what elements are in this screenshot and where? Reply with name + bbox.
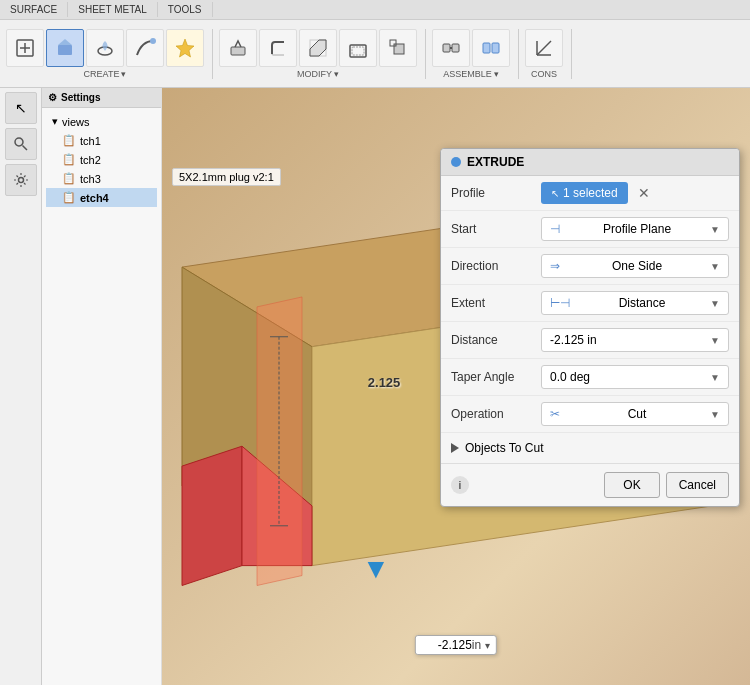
cut-icon: ✂ [550, 407, 560, 421]
new-component-button[interactable] [6, 29, 44, 67]
browser-item-sketch1[interactable]: 📋 tch1 [46, 131, 157, 150]
cancel-button[interactable]: Cancel [666, 472, 729, 498]
left-tool-panel: ↖ [0, 88, 42, 685]
dimension-value-input[interactable] [422, 638, 472, 652]
fillet-button[interactable] [259, 29, 297, 67]
start-row: Start ⊣ Profile Plane ▼ [441, 211, 739, 248]
taper-angle-label: Taper Angle [451, 370, 541, 384]
assemble-dropdown-arrow[interactable]: ▾ [494, 69, 499, 79]
extrude-dialog-header: EXTRUDE [441, 149, 739, 176]
assemble-label[interactable]: ASSEMBLE ▾ [443, 69, 499, 79]
start-control: ⊣ Profile Plane ▼ [541, 217, 729, 241]
chamfer-button[interactable] [299, 29, 337, 67]
profile-control: ↖ 1 selected ✕ [541, 182, 729, 204]
sketch-icon: 📋 [62, 134, 76, 147]
extent-value: Distance [619, 296, 666, 310]
tab-surface[interactable]: SURFACE [0, 2, 68, 17]
joint-button[interactable] [432, 29, 470, 67]
modify-label[interactable]: MODIFY ▾ [297, 69, 339, 79]
profile-clear-button[interactable]: ✕ [632, 183, 656, 203]
revolve-button[interactable] [86, 29, 124, 67]
construct-group: CONS [525, 29, 572, 79]
dimension-unit-dropdown[interactable]: ▾ [481, 640, 490, 651]
toolbar-tab-bar: SURFACE SHEET METAL TOOLS [0, 0, 750, 20]
extrude-dialog: EXTRUDE Profile ↖ 1 selected ✕ Start ⊣ P… [440, 148, 740, 507]
sketch-icon: 📋 [62, 172, 76, 185]
extrude-button[interactable] [46, 29, 84, 67]
main-toolbar: SURFACE SHEET METAL TOOLS [0, 0, 750, 88]
operation-dropdown-arrow: ▼ [710, 409, 720, 420]
distance-dropdown-arrow: ▼ [710, 335, 720, 346]
direction-control: ⇒ One Side ▼ [541, 254, 729, 278]
svg-line-19 [537, 41, 551, 55]
start-dropdown[interactable]: ⊣ Profile Plane ▼ [541, 217, 729, 241]
distance-control: -2.125 in ▼ [541, 328, 729, 352]
svg-rect-17 [483, 43, 490, 53]
create-dropdown-arrow[interactable]: ▾ [121, 69, 126, 79]
modify-group: MODIFY ▾ [219, 29, 426, 79]
objects-to-cut-label: Objects To Cut [465, 441, 543, 455]
dimension-label: 2.125 [368, 375, 401, 390]
browser-item-views[interactable]: ▾ views [46, 112, 157, 131]
direction-row: Direction ⇒ One Side ▼ [441, 248, 739, 285]
extrude-footer: i OK Cancel [441, 463, 739, 506]
profile-selection-button[interactable]: ↖ 1 selected [541, 182, 628, 204]
svg-point-22 [15, 138, 23, 146]
sweep-button[interactable] [126, 29, 164, 67]
create-label[interactable]: CREATE ▾ [84, 69, 127, 79]
operation-control: ✂ Cut ▼ [541, 402, 729, 426]
direction-value: One Side [612, 259, 662, 273]
start-value: Profile Plane [603, 222, 671, 236]
extent-row: Extent ⊢⊣ Distance ▼ [441, 285, 739, 322]
svg-point-24 [18, 178, 23, 183]
item-label: etch4 [80, 192, 109, 204]
construct-icons [525, 29, 563, 67]
browser-item-sketch2[interactable]: 📋 tch2 [46, 150, 157, 169]
modify-dropdown-arrow[interactable]: ▾ [334, 69, 339, 79]
tab-tools[interactable]: TOOLS [158, 2, 213, 17]
objects-to-cut-arrow [451, 443, 459, 453]
svg-marker-28 [182, 446, 242, 585]
viewport[interactable]: 2.125 ▼ 5X2.1mm plug v2:1 EXTRUDE Profil… [162, 88, 750, 685]
distance-row: Distance -2.125 in ▼ [441, 322, 739, 359]
operation-dropdown[interactable]: ✂ Cut ▼ [541, 402, 729, 426]
svg-rect-18 [492, 43, 499, 53]
start-dropdown-arrow: ▼ [710, 224, 720, 235]
taper-angle-control: 0.0 deg ▼ [541, 365, 729, 389]
browser-item-sketch4[interactable]: 📋 etch4 [46, 188, 157, 207]
taper-angle-input[interactable]: 0.0 deg ▼ [541, 365, 729, 389]
taper-angle-row: Taper Angle 0.0 deg ▼ [441, 359, 739, 396]
rigid-group-button[interactable] [472, 29, 510, 67]
scale-button[interactable] [379, 29, 417, 67]
svg-rect-11 [352, 47, 364, 55]
special-tool-button[interactable] [166, 29, 204, 67]
cursor-tool-button[interactable]: ↖ [5, 92, 37, 124]
browser-item-sketch3[interactable]: 📋 tch3 [46, 169, 157, 188]
objects-to-cut-row[interactable]: Objects To Cut [441, 433, 739, 463]
bottom-dimension-input[interactable]: in ▾ [415, 635, 497, 655]
profile-label: Profile [451, 186, 541, 200]
extent-dropdown[interactable]: ⊢⊣ Distance ▼ [541, 291, 729, 315]
zoom-tool-button[interactable] [5, 128, 37, 160]
taper-angle-dropdown-arrow: ▼ [710, 372, 720, 383]
ok-button[interactable]: OK [604, 472, 659, 498]
extent-control: ⊢⊣ Distance ▼ [541, 291, 729, 315]
sketch-icon: 📋 [62, 191, 76, 204]
distance-input[interactable]: -2.125 in ▼ [541, 328, 729, 352]
info-button[interactable]: i [451, 476, 469, 494]
extent-label: Extent [451, 296, 541, 310]
construct-label[interactable]: CONS [531, 69, 557, 79]
svg-rect-14 [443, 44, 450, 52]
dimension-unit: in [472, 638, 481, 652]
tab-sheet-metal[interactable]: SHEET METAL [68, 2, 158, 17]
toolbar-icons-row: CREATE ▾ [0, 20, 750, 87]
browser-items: ▾ views 📋 tch1 📋 tch2 📋 tch3 📋 etch4 [42, 108, 161, 211]
direction-dropdown[interactable]: ⇒ One Side ▼ [541, 254, 729, 278]
svg-marker-4 [58, 39, 72, 45]
operation-value: Cut [628, 407, 647, 421]
construct-btn1[interactable] [525, 29, 563, 67]
press-pull-button[interactable] [219, 29, 257, 67]
extrude-direction-arrow: ▼ [362, 553, 390, 585]
settings-button[interactable] [5, 164, 37, 196]
shell-button[interactable] [339, 29, 377, 67]
